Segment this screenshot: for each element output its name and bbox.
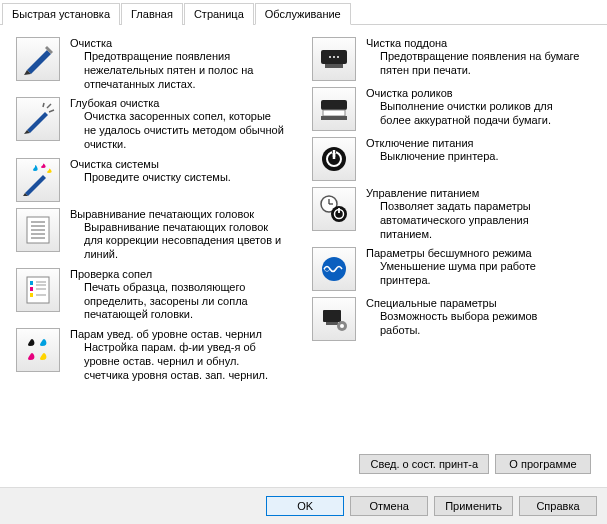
tab-main[interactable]: Главная xyxy=(121,3,183,25)
item-title: Параметры бесшумного режима xyxy=(366,247,580,259)
item-desc: Настройка парам. ф-ии увед-я об уровне о… xyxy=(70,341,284,382)
printer-status-button[interactable]: Свед. о сост. принт-а xyxy=(359,454,489,474)
help-button[interactable]: Справка xyxy=(519,496,597,516)
item-desc: Предотвращение появления на бумаге пятен… xyxy=(366,50,580,78)
svg-marker-3 xyxy=(27,112,48,133)
power-off-button[interactable] xyxy=(312,137,356,181)
tab-quick-setup[interactable]: Быстрая установка xyxy=(2,3,120,25)
svg-line-6 xyxy=(49,110,54,112)
deep-cleaning-button[interactable] xyxy=(16,97,60,141)
svg-line-5 xyxy=(47,104,51,108)
tab-page[interactable]: Страница xyxy=(184,3,254,25)
svg-rect-44 xyxy=(323,310,341,322)
svg-rect-29 xyxy=(321,100,347,110)
item-title: Очистка xyxy=(70,37,284,49)
ink-drops-icon xyxy=(21,333,55,367)
svg-rect-31 xyxy=(321,116,347,120)
cancel-button[interactable]: Отмена xyxy=(350,496,428,516)
dialog-footer: OK Отмена Применить Справка xyxy=(0,487,607,524)
svg-marker-8 xyxy=(25,175,46,196)
nozzle-check-button[interactable] xyxy=(16,268,60,312)
item-title: Очистка роликов xyxy=(366,87,580,99)
item-desc: Выключение принтера. xyxy=(366,150,498,164)
ink-notification-button[interactable] xyxy=(16,328,60,372)
auto-power-button[interactable] xyxy=(312,187,356,231)
item-desc: Очистка засоренных сопел, которые не уда… xyxy=(70,110,284,151)
power-icon xyxy=(317,142,351,176)
pen-drops-icon xyxy=(21,163,55,197)
item-desc: Проведите очистку системы. xyxy=(70,171,231,185)
item-custom-settings: Специальные параметры Возможность выбора… xyxy=(312,297,580,341)
item-title: Проверка сопел xyxy=(70,268,284,280)
roller-cleaning-button[interactable] xyxy=(312,87,356,131)
pen-rays-icon xyxy=(21,102,55,136)
right-column: Чистка поддона Предотвращение появления … xyxy=(312,37,580,382)
item-auto-power: Управление питанием Позволяет задать пар… xyxy=(312,187,580,241)
ok-button[interactable]: OK xyxy=(266,496,344,516)
item-title: Специальные параметры xyxy=(366,297,580,309)
apply-button[interactable]: Применить xyxy=(434,496,513,516)
svg-rect-18 xyxy=(30,287,33,291)
item-desc: Позволяет задать параметры автоматическо… xyxy=(366,200,580,241)
item-head-alignment: Выравнивание печатающих головок Выравнив… xyxy=(16,208,284,262)
maintenance-panel: Очистка Предотвращение появления нежелат… xyxy=(0,25,607,392)
tab-maintenance[interactable]: Обслуживание xyxy=(255,3,351,25)
svg-point-43 xyxy=(322,257,346,281)
printer-gear-icon xyxy=(317,302,351,336)
item-title: Чистка поддона xyxy=(366,37,580,49)
item-deep-cleaning: Глубокая очистка Очистка засоренных сопе… xyxy=(16,97,284,151)
item-ink-notification: Парам увед. об уровне остав. чернил Наст… xyxy=(16,328,284,382)
clock-power-icon xyxy=(317,192,351,226)
head-alignment-button[interactable] xyxy=(16,208,60,252)
cleaning-button[interactable] xyxy=(16,37,60,81)
sound-wave-icon xyxy=(317,252,351,286)
item-title: Парам увед. об уровне остав. чернил xyxy=(70,328,284,340)
item-desc: Выравнивание печатающих головок для корр… xyxy=(70,221,284,262)
item-bottom-plate-clean: Чистка поддона Предотвращение появления … xyxy=(312,37,580,81)
pen-clean-icon xyxy=(21,42,55,76)
about-button[interactable]: О программе xyxy=(495,454,591,474)
item-desc: Возможность выбора режимов работы. xyxy=(366,310,580,338)
item-title: Глубокая очистка xyxy=(70,97,284,109)
printer-clean-icon xyxy=(317,42,351,76)
svg-point-28 xyxy=(337,56,339,58)
svg-point-47 xyxy=(340,324,344,328)
svg-point-26 xyxy=(333,56,335,58)
item-desc: Уменьшение шума при работе принтера. xyxy=(366,260,580,288)
left-column: Очистка Предотвращение появления нежелат… xyxy=(16,37,284,382)
item-desc: Выполнение очистки роликов для более акк… xyxy=(366,100,580,128)
nozzle-pattern-icon xyxy=(21,273,55,307)
item-title: Управление питанием xyxy=(366,187,580,199)
item-system-cleaning: Очистка системы Проведите очистку систем… xyxy=(16,158,284,202)
svg-rect-30 xyxy=(323,110,345,116)
svg-rect-19 xyxy=(30,293,33,297)
roller-icon xyxy=(317,92,351,126)
svg-marker-0 xyxy=(27,50,51,74)
svg-point-27 xyxy=(329,56,331,58)
item-title: Отключение питания xyxy=(366,137,498,149)
custom-settings-button[interactable] xyxy=(312,297,356,341)
item-power-off: Отключение питания Выключение принтера. xyxy=(312,137,580,181)
item-cleaning: Очистка Предотвращение появления нежелат… xyxy=(16,37,284,91)
tab-bar: Быстрая установка Главная Страница Обслу… xyxy=(0,0,607,25)
svg-rect-45 xyxy=(326,322,338,325)
alignment-sheet-icon xyxy=(21,213,55,247)
svg-rect-17 xyxy=(30,281,33,285)
system-cleaning-button[interactable] xyxy=(16,158,60,202)
item-desc: Предотвращение появления нежелательных п… xyxy=(70,50,284,91)
svg-rect-25 xyxy=(325,64,343,68)
item-desc: Печать образца, позволяющего определить,… xyxy=(70,281,284,322)
item-nozzle-check: Проверка сопел Печать образца, позволяющ… xyxy=(16,268,284,322)
svg-line-7 xyxy=(43,103,44,107)
bottom-plate-button[interactable] xyxy=(312,37,356,81)
item-quiet-mode: Параметры бесшумного режима Уменьшение ш… xyxy=(312,247,580,291)
item-title: Выравнивание печатающих головок xyxy=(70,208,284,220)
item-roller-cleaning: Очистка роликов Выполнение очистки ролик… xyxy=(312,87,580,131)
info-buttons: Свед. о сост. принт-а О программе xyxy=(359,454,591,474)
quiet-mode-button[interactable] xyxy=(312,247,356,291)
item-title: Очистка системы xyxy=(70,158,231,170)
